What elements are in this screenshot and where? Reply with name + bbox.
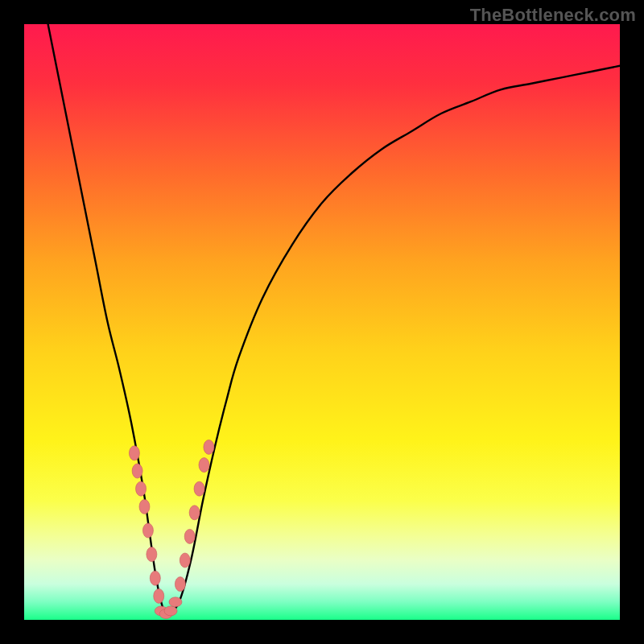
marker-dot [184,529,195,543]
marker-dot [150,571,160,585]
marker-dot [154,588,164,603]
marker-dot [169,597,182,607]
marker-dot [199,458,209,473]
marker-dot [175,577,185,592]
plot-area [24,24,620,620]
marker-dot [189,506,200,520]
marker-dot [164,606,177,616]
marker-dot [132,464,142,478]
marker-dot [142,523,153,538]
outer-frame: TheBottleneck.com [0,0,644,644]
marker-dot [136,481,147,496]
gradient-background [24,24,620,620]
marker-dot [194,481,204,496]
watermark-text: TheBottleneck.com [470,5,636,26]
marker-dot [204,440,214,454]
marker-dot [129,446,139,460]
marker-dot [139,499,150,514]
marker-dot [147,547,157,562]
marker-dot [180,553,190,568]
chart-svg [24,24,620,620]
